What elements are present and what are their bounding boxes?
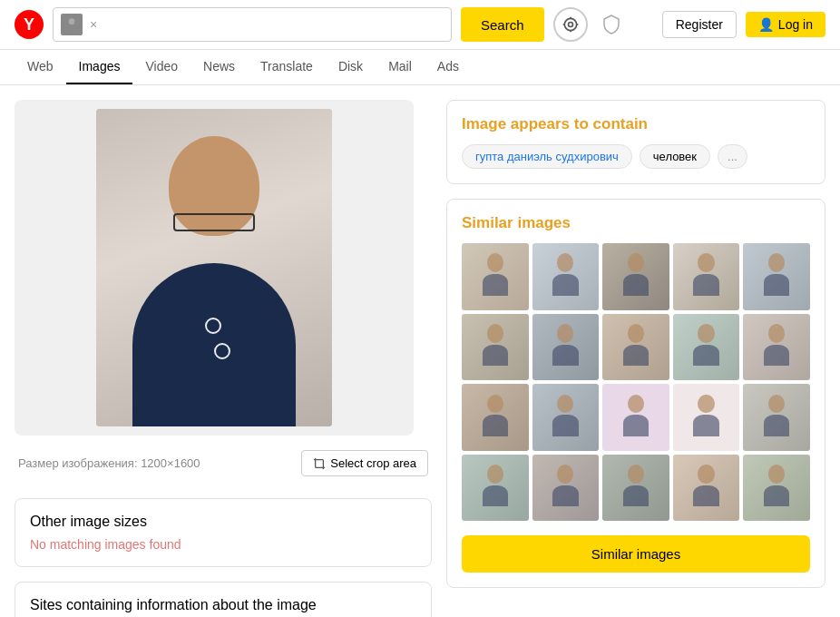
- tag-person[interactable]: человек: [640, 144, 710, 169]
- contains-title: Image appears to contain: [462, 115, 810, 133]
- similar-thumb-18[interactable]: [602, 455, 669, 522]
- similar-thumb-1[interactable]: [462, 243, 529, 310]
- person-head: [169, 136, 259, 236]
- image-contains-box: Image appears to contain гупта даниэль с…: [446, 100, 825, 184]
- similar-thumb-6[interactable]: [462, 314, 529, 381]
- main-content: Размер изображения: 1200×1600 Select cro…: [0, 85, 840, 617]
- person-body: [132, 263, 296, 426]
- crop-icon: [313, 457, 326, 470]
- similar-thumb-19[interactable]: [673, 455, 740, 522]
- image-size-label: Размер изображения: 1200×1600: [18, 456, 200, 470]
- other-sizes-title: Other image sizes: [30, 514, 416, 530]
- glasses: [173, 213, 255, 231]
- other-sizes-section: Other image sizes No matching images fou…: [15, 498, 432, 567]
- right-panel: Image appears to contain гупта даниэль с…: [446, 100, 825, 617]
- crop-handle-1[interactable]: [205, 318, 221, 334]
- similar-thumb-4[interactable]: [673, 243, 740, 310]
- tags-row: гупта даниэль судхирович человек ...: [462, 144, 810, 169]
- search-button[interactable]: Search: [461, 7, 544, 42]
- similar-images-button[interactable]: Similar images: [462, 535, 810, 573]
- select-crop-button[interactable]: Select crop area: [301, 450, 428, 476]
- tab-ads[interactable]: Ads: [425, 50, 472, 84]
- search-thumbnail: [61, 14, 83, 35]
- similar-thumb-7[interactable]: [532, 314, 600, 381]
- register-button[interactable]: Register: [662, 11, 737, 38]
- search-bar: ×: [53, 7, 452, 42]
- similar-thumb-2[interactable]: [532, 243, 600, 310]
- shield-icon[interactable]: [597, 10, 626, 39]
- tag-more[interactable]: ...: [718, 144, 747, 169]
- tab-video[interactable]: Video: [132, 50, 190, 84]
- svg-point-2: [564, 18, 576, 30]
- login-button[interactable]: 👤 Log in: [746, 12, 825, 37]
- similar-thumb-16[interactable]: [462, 455, 529, 522]
- nav-tabs: Web Images Video News Translate Disk Mai…: [0, 50, 840, 85]
- tab-translate[interactable]: Translate: [248, 50, 326, 84]
- sites-title: Sites containing information about the i…: [30, 597, 416, 613]
- tab-news[interactable]: News: [190, 50, 248, 84]
- clear-search-icon[interactable]: ×: [90, 17, 97, 32]
- similar-thumb-10[interactable]: [743, 314, 810, 381]
- similar-thumb-14[interactable]: [673, 384, 740, 451]
- tab-web[interactable]: Web: [15, 50, 66, 84]
- uploaded-image-container: [15, 100, 414, 436]
- similar-thumb-20[interactable]: [743, 455, 810, 522]
- tab-mail[interactable]: Mail: [376, 50, 425, 84]
- tab-disk[interactable]: Disk: [326, 50, 376, 84]
- camera-search-icon[interactable]: [553, 7, 588, 42]
- yandex-logo[interactable]: Y: [15, 10, 44, 39]
- left-panel: Размер изображения: 1200×1600 Select cro…: [15, 100, 432, 617]
- login-icon: 👤: [758, 17, 774, 32]
- crop-handle-2[interactable]: [214, 343, 230, 359]
- header: Y × Search Register 👤 Log in: [0, 0, 840, 50]
- similar-thumb-5[interactable]: [743, 243, 810, 310]
- similar-thumb-3[interactable]: [602, 243, 669, 310]
- svg-point-1: [66, 27, 77, 34]
- similar-thumb-15[interactable]: [743, 384, 810, 451]
- header-actions: Register 👤 Log in: [662, 11, 825, 38]
- similar-images-box: Similar images: [446, 199, 825, 588]
- image-info: Размер изображения: 1200×1600 Select cro…: [15, 443, 432, 484]
- similar-images-grid: [462, 243, 810, 521]
- similar-thumb-9[interactable]: [673, 314, 740, 381]
- uploaded-image: [96, 109, 332, 426]
- similar-thumb-13[interactable]: [602, 384, 669, 451]
- svg-point-3: [568, 23, 572, 27]
- sites-section: Sites containing information about the i…: [15, 582, 432, 617]
- tab-images[interactable]: Images: [66, 50, 133, 84]
- similar-thumb-12[interactable]: [532, 384, 600, 451]
- similar-thumb-8[interactable]: [602, 314, 669, 381]
- svg-point-0: [69, 18, 75, 24]
- svg-rect-8: [316, 459, 324, 467]
- tag-name[interactable]: гупта даниэль судхирович: [462, 144, 632, 169]
- similar-thumb-11[interactable]: [462, 384, 529, 451]
- similar-thumb-17[interactable]: [532, 455, 600, 522]
- similar-title: Similar images: [462, 214, 810, 232]
- no-match-text: No matching images found: [30, 537, 416, 552]
